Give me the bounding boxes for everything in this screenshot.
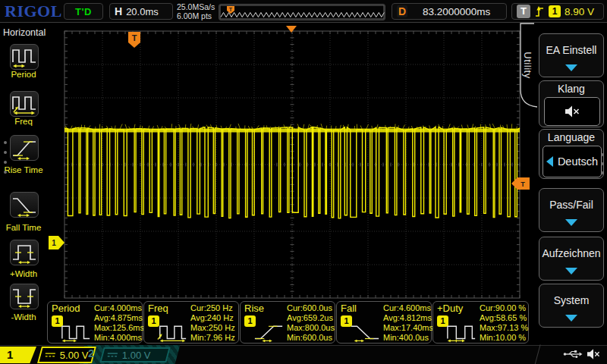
- measure-item-period[interactable]: [10, 44, 39, 70]
- menu-scroll-dot: [601, 153, 604, 156]
- measurement-name: Period: [52, 303, 80, 314]
- acquisition-info: 25.0MSa/s 6.00M pts: [177, 2, 215, 20]
- memory-depth: 6.00M pts: [177, 11, 215, 20]
- trigger-level-value: 8.90 V: [565, 6, 594, 17]
- channel2-tab[interactable]: 2: [88, 347, 94, 359]
- svg-text:T: T: [229, 7, 233, 12]
- channel2-scale: 1.00 V: [122, 350, 151, 361]
- trigger-delay-indicator[interactable]: D 83.2000000ms: [392, 3, 507, 20]
- menu-scroll-dot: [4, 141, 7, 144]
- measurement-values: Cur:90.00 % Avg:58.65 % Max:97.13 % Min:…: [480, 303, 528, 343]
- trigger-status-indicator: T'D: [64, 3, 103, 20]
- measure-item-neg-width[interactable]: [10, 284, 39, 309]
- menu-scroll-dot: [4, 161, 7, 164]
- pos-duty-icon: [445, 320, 477, 343]
- oscilloscope-screen: RIGOL T'D H 20.0ms 25.0MSa/s 6.00M pts T…: [0, 0, 607, 364]
- chevron-left-icon: [546, 156, 553, 167]
- softkey-label: Pass/Fail: [549, 199, 593, 211]
- measure-label-period: Period: [0, 70, 47, 79]
- freq-icon: [156, 320, 188, 343]
- measure-item-rise-time[interactable]: [10, 135, 39, 161]
- period-icon: [11, 44, 38, 70]
- softkey-system[interactable]: System: [539, 284, 604, 328]
- softkey-record[interactable]: Aufzeichnen: [539, 237, 604, 281]
- measure-label-pos-width: +Width: [0, 269, 47, 278]
- chevron-down-icon: [565, 315, 577, 322]
- period-icon: [60, 320, 92, 343]
- measurement-values: Cur:600.0us Avg:659.2us Max:800.0us Min:…: [287, 303, 335, 343]
- trigger-status-text: T'D: [75, 6, 92, 17]
- chevron-down-icon: [565, 64, 577, 71]
- softkey-label: Klang: [558, 83, 585, 95]
- delay-value: 83.2000000ms: [411, 6, 502, 17]
- measure-item-freq[interactable]: [10, 91, 39, 117]
- chevron-down-icon: [565, 219, 577, 226]
- dc-coupling-icon: [45, 351, 56, 359]
- pos-width-icon: [11, 240, 38, 265]
- timebase-indicator[interactable]: H 20.0ms: [109, 3, 173, 20]
- usb-icon: [563, 349, 583, 359]
- sample-rate: 25.0MSa/s: [177, 2, 215, 11]
- language-value: Deutsch: [558, 155, 598, 168]
- measure-label-neg-width: -Width: [0, 312, 47, 322]
- measure-item-fall-time[interactable]: [10, 192, 39, 218]
- horizontal-label: H: [115, 5, 122, 17]
- measurement-panel-rise[interactable]: Rise 1 Cur:600.0us Avg:659.2us Max:800.0…: [240, 301, 335, 344]
- chevron-down-icon: [565, 268, 577, 275]
- softkey-pass-fail[interactable]: Pass/Fail: [539, 188, 604, 232]
- measurement-panel-freq[interactable]: Freq 1 Cur:250 Hz Avg:240 Hz Max:250 Hz …: [143, 301, 239, 344]
- svg-text:1: 1: [52, 239, 56, 247]
- measurement-panel-fall[interactable]: Fall 1 Cur:4.600ms Avg:4.812ms Max:17.40…: [336, 301, 432, 344]
- menu-scroll-dot: [4, 171, 7, 174]
- softkey-label: Aufzeichnen: [542, 247, 600, 259]
- softkey-label: System: [554, 294, 590, 306]
- horizontal-measure-menu: Horizontal Period Freq: [0, 23, 47, 345]
- sound-toggle-button[interactable]: [544, 97, 600, 126]
- measurement-panel-period[interactable]: Period 1 Cur:4.000ms Avg:4.875ms Max:125…: [47, 301, 143, 344]
- language-select[interactable]: Deutsch: [543, 146, 602, 177]
- measurement-values: Cur:250 Hz Avg:240 Hz Max:250 Hz Min:7.9…: [190, 303, 235, 343]
- top-status-bar: RIGOL T'D H 20.0ms 25.0MSa/s 6.00M pts T…: [0, 0, 607, 23]
- softkey-label: EA Einstell: [546, 44, 597, 56]
- measurement-panel-pos-duty[interactable]: +Duty 1 Cur:90.00 % Avg:58.65 % Max:97.1…: [432, 301, 529, 344]
- measure-label-freq: Freq: [0, 117, 47, 126]
- measurement-name: Rise: [244, 303, 264, 314]
- fall-time-icon: [11, 192, 38, 218]
- trigger-source-badge: 1: [549, 5, 561, 17]
- channel2-scale-box[interactable]: 1.00 V: [99, 347, 170, 362]
- svg-text:T: T: [521, 180, 525, 188]
- softkey-label: Language: [548, 131, 595, 143]
- rise-time-icon: [253, 320, 285, 343]
- waveform-display-area[interactable]: TT1: [47, 23, 535, 301]
- utility-tab-label: Utility: [521, 42, 533, 88]
- neg-width-icon: [11, 284, 38, 309]
- waveform-memory-preview[interactable]: T: [219, 4, 385, 20]
- measure-label-fall-time: Fall Time: [0, 223, 47, 232]
- channel1-scale: 5.00 V: [60, 350, 89, 361]
- fall-time-icon: [349, 320, 381, 343]
- measure-label-rise-time: Rise Time: [0, 165, 47, 174]
- svg-text:T: T: [132, 33, 137, 42]
- softkey-io-setting[interactable]: EA Einstell: [539, 33, 604, 77]
- measure-item-pos-width[interactable]: [10, 240, 39, 265]
- speaker-muted-icon[interactable]: [586, 348, 601, 360]
- measurement-values: Cur:4.600ms Avg:4.812ms Max:17.40ms Min:…: [383, 303, 433, 343]
- menu-scroll-dot: [601, 171, 604, 174]
- measurement-name: +Duty: [437, 303, 463, 314]
- left-menu-title: Horizontal: [3, 27, 46, 38]
- trigger-position-marker[interactable]: [286, 26, 297, 33]
- dc-coupling-icon: [107, 351, 118, 359]
- timebase-value: 20.0ms: [126, 6, 159, 17]
- speaker-muted-icon: [563, 105, 581, 118]
- freq-icon: [11, 91, 38, 117]
- channel1-waveform: [64, 127, 520, 218]
- measurement-name: Fall: [341, 303, 357, 314]
- rising-edge-icon: [534, 5, 545, 18]
- trigger-settings-indicator[interactable]: T 1 8.90 V: [511, 3, 604, 20]
- rigol-logo: RIGOL: [5, 2, 62, 21]
- measurement-values: Cur:4.000ms Avg:4.875ms Max:125.6ms Min:…: [94, 303, 144, 343]
- channel1-ground-marker[interactable]: [49, 236, 64, 249]
- trigger-label: T: [517, 5, 530, 18]
- measurement-name: Freq: [148, 303, 168, 314]
- preview-waveform: T: [219, 5, 385, 20]
